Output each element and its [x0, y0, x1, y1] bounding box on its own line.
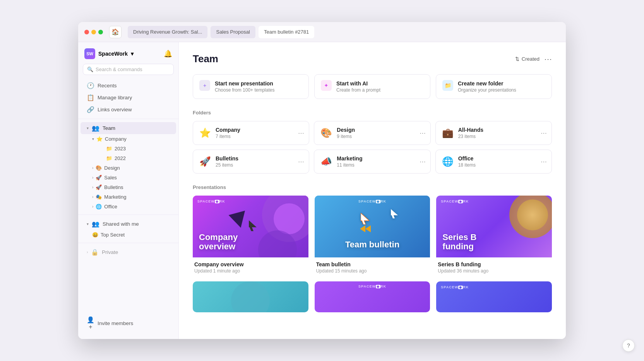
- folder-marketing-icon: 📣: [320, 156, 332, 167]
- divider-3: [78, 243, 178, 243]
- pres-5[interactable]: SPACEW◉RK: [315, 281, 430, 312]
- minimize-button[interactable]: [91, 30, 96, 34]
- traffic-lights: [84, 30, 103, 34]
- pres-company-overview[interactable]: SPACEW◉RK Companyoverview: [193, 196, 308, 275]
- quick-actions: + Start new presentation Choose from 100…: [193, 74, 552, 99]
- tab-1[interactable]: Driving Revenue Growth: Sal...: [128, 26, 207, 38]
- company-folder-icon: ⭐: [96, 136, 103, 142]
- sidebar-item-office[interactable]: › 🌐 Office: [78, 202, 178, 211]
- sidebar-item-design[interactable]: › 🎨 Design: [78, 163, 178, 173]
- divider: [78, 119, 178, 119]
- folder-design[interactable]: 🎨 Design 9 items ⋯: [314, 121, 430, 145]
- workspace-switcher[interactable]: SW SpaceWork ▾: [84, 48, 134, 59]
- start-ai-button[interactable]: ✦ Start with AI Create from a prompt: [314, 74, 430, 99]
- top-secret-icon: 😀: [92, 232, 98, 238]
- sidebar-item-shared[interactable]: ▾ 👥 Shared with me: [80, 218, 176, 230]
- sidebar-item-private[interactable]: › 🔒 Private: [80, 246, 176, 258]
- sort-button[interactable]: ⇅ Created: [515, 56, 540, 62]
- team-icon: 👥: [92, 124, 99, 132]
- design-icon: 🎨: [96, 165, 102, 171]
- folder-all-hands[interactable]: 💼 All-Hands 23 items ⋯: [435, 121, 552, 145]
- folder-company-icon: ⭐: [199, 128, 211, 138]
- new-presentation-button[interactable]: + Start new presentation Choose from 100…: [193, 74, 309, 99]
- invite-members-button[interactable]: 👤+ Invite members: [80, 314, 176, 333]
- sidebar-item-recents[interactable]: 🕐 Recents: [80, 80, 176, 92]
- maximize-button[interactable]: [98, 30, 103, 34]
- notifications-button[interactable]: 🔔: [164, 49, 172, 58]
- folder-design-icon: 🎨: [320, 128, 332, 138]
- create-folder-button[interactable]: 📁 Create new folder Organize your presen…: [436, 74, 552, 99]
- sidebar-item-manage-library[interactable]: 📋 Manage library: [80, 92, 176, 104]
- svg-marker-10: [360, 225, 365, 232]
- sales-icon: 🚀: [96, 175, 102, 180]
- folder-bulletins-more[interactable]: ⋯: [298, 158, 304, 165]
- folder-office[interactable]: 🌐 Office 18 items ⋯: [435, 150, 552, 174]
- workspace-avatar: SW: [84, 48, 95, 59]
- svg-marker-6: [249, 220, 257, 231]
- folder-icon: 📁: [106, 146, 112, 152]
- sidebar-item-links-overview[interactable]: 🔗 Links overview: [80, 104, 176, 116]
- folder-bulletins-icon: 🚀: [199, 156, 211, 167]
- svg-text:✦: ✦: [324, 82, 329, 89]
- library-icon: 📋: [87, 94, 94, 101]
- page-title: Team: [193, 53, 218, 65]
- private-icon: 🔒: [91, 249, 99, 256]
- folder-marketing-more[interactable]: ⋯: [420, 158, 426, 165]
- pres-4[interactable]: [193, 281, 308, 312]
- svg-marker-9: [391, 209, 398, 218]
- office-icon: 🌐: [96, 204, 102, 209]
- sidebar-item-top-secret[interactable]: 😀 Top Secret: [78, 230, 178, 240]
- svg-text:+: +: [203, 82, 206, 89]
- sidebar-item-2022[interactable]: 📁 2022: [103, 153, 178, 163]
- links-icon: 🔗: [87, 106, 94, 113]
- sidebar-item-company[interactable]: ▾ ⭐ Company: [78, 134, 178, 144]
- pres-6[interactable]: SPACEW◉RK: [436, 281, 552, 312]
- shared-icon: 👥: [92, 220, 99, 228]
- sidebar-item-sales[interactable]: › 🚀 Sales: [78, 173, 178, 182]
- svg-marker-11: [365, 225, 371, 232]
- pres-team-bulletin[interactable]: SPACEW◉RK: [315, 196, 430, 275]
- folder-office-more[interactable]: ⋯: [541, 158, 547, 165]
- sidebar-item-marketing[interactable]: › 🎭 Marketing: [78, 192, 178, 202]
- invite-icon: 👤+: [87, 316, 94, 330]
- close-button[interactable]: [84, 30, 89, 34]
- search-icon: 🔍: [87, 66, 93, 72]
- folder-all-hands-icon: 💼: [442, 128, 454, 138]
- new-pres-icon: +: [199, 80, 210, 93]
- marketing-icon: 🎭: [96, 194, 102, 200]
- sidebar-item-bulletins[interactable]: › 🚀 Bulletins: [78, 182, 178, 192]
- tab-2[interactable]: Sales Proposal: [211, 26, 255, 38]
- folder-new-icon: 📁: [442, 80, 453, 93]
- sidebar-header: SW SpaceWork ▾ 🔔: [78, 48, 178, 64]
- folder-company[interactable]: ⭐ Company 7 items ⋯: [193, 121, 309, 145]
- sidebar-item-2023[interactable]: 📁 2023: [103, 144, 178, 153]
- sidebar-item-team[interactable]: ▾ 👥 Team: [80, 122, 176, 134]
- presentations-section-title: Presentations: [193, 184, 552, 190]
- home-button[interactable]: 🏠: [109, 26, 122, 38]
- folder-bulletins[interactable]: 🚀 Bulletins 25 items ⋯: [193, 150, 309, 174]
- folder-company-more[interactable]: ⋯: [298, 129, 304, 137]
- folder-icon: 📁: [106, 155, 112, 161]
- folder-all-hands-more[interactable]: ⋯: [541, 129, 547, 137]
- bulletins-icon: 🚀: [96, 184, 102, 190]
- header-actions: ⇅ Created ⋯: [515, 54, 552, 64]
- more-options-button[interactable]: ⋯: [544, 54, 552, 64]
- presentations-grid: SPACEW◉RK Companyoverview: [193, 196, 552, 312]
- titlebar: 🏠 Driving Revenue Growth: Sal... Sales P…: [78, 22, 566, 42]
- folder-marketing[interactable]: 📣 Marketing 11 items ⋯: [314, 150, 430, 174]
- sidebar: SW SpaceWork ▾ 🔔 🔍 Search & commands 🕐 R…: [78, 42, 179, 339]
- main-content: Team ⇅ Created ⋯ +: [179, 42, 566, 339]
- tab-3[interactable]: Team bulletin #2781: [259, 26, 314, 38]
- ai-icon: ✦: [321, 80, 332, 93]
- divider-2: [78, 215, 178, 215]
- pres-series-b[interactable]: SPACEW◉RK Series Bfunding Series B fundi…: [436, 196, 552, 275]
- folders-section-title: Folders: [193, 110, 552, 116]
- help-button[interactable]: ?: [622, 339, 635, 352]
- recents-icon: 🕐: [87, 82, 94, 89]
- folders-grid: ⭐ Company 7 items ⋯ 🎨 Design 9 items ⋯: [193, 121, 552, 174]
- folder-office-icon: 🌐: [442, 156, 454, 167]
- content-header: Team ⇅ Created ⋯: [193, 53, 552, 65]
- svg-text:📁: 📁: [445, 82, 452, 89]
- search-box[interactable]: 🔍 Search & commands: [83, 64, 174, 75]
- folder-design-more[interactable]: ⋯: [420, 129, 426, 137]
